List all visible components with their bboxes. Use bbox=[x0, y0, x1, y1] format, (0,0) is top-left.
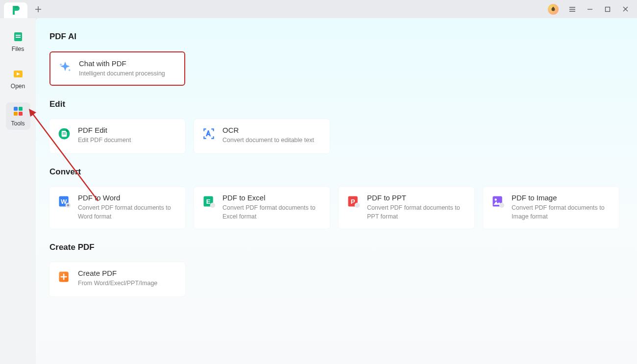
plus-icon bbox=[35, 6, 42, 13]
new-tab-button[interactable] bbox=[31, 2, 45, 16]
svg-rect-6 bbox=[19, 107, 23, 111]
section-title-edit: Edit bbox=[49, 99, 637, 109]
minimize-icon bbox=[587, 6, 593, 13]
section-create: Create PDF Create PDF From Word/Execl/PP… bbox=[49, 243, 637, 296]
section-title-pdfai: PDF AI bbox=[49, 32, 637, 42]
section-edit: Edit PDF Edit Edit PDF document OCR Conv… bbox=[49, 99, 637, 153]
svg-point-24 bbox=[499, 203, 505, 208]
title-bar bbox=[0, 0, 637, 18]
menu-button[interactable] bbox=[564, 2, 580, 16]
svg-point-18 bbox=[210, 203, 216, 208]
card-title: OCR bbox=[222, 126, 322, 134]
card-sub: Intelligent document processing bbox=[79, 69, 176, 78]
svg-rect-7 bbox=[14, 112, 18, 116]
card-pdf-to-excel[interactable]: E PDF to Excel Convert PDF format docume… bbox=[194, 187, 330, 229]
section-pdfai: PDF AI Chat with PDF Intelligent documen… bbox=[49, 32, 637, 86]
section-title-create: Create PDF bbox=[49, 243, 637, 252]
card-sub: Convert PDF format documents to Excel fo… bbox=[222, 203, 322, 221]
svg-point-23 bbox=[494, 198, 496, 200]
sidebar: Files Open Tools bbox=[0, 18, 36, 364]
card-chat-with-pdf[interactable]: Chat with PDF Intelligent document proce… bbox=[49, 51, 185, 86]
card-title: PDF to Word bbox=[78, 194, 177, 202]
card-sub: Convert PDF format documents to Image fo… bbox=[512, 203, 611, 221]
svg-rect-5 bbox=[14, 107, 18, 111]
sidebar-item-tools[interactable]: Tools bbox=[6, 102, 30, 130]
card-sub: Edit PDF document bbox=[78, 136, 177, 145]
sidebar-open-label: Open bbox=[11, 83, 25, 90]
card-pdf-to-image[interactable]: PDF to Image Convert PDF format document… bbox=[483, 187, 619, 229]
sidebar-files-label: Files bbox=[12, 46, 24, 52]
app-tab[interactable] bbox=[4, 2, 27, 18]
svg-rect-8 bbox=[19, 112, 23, 116]
card-title: Create PDF bbox=[78, 269, 177, 277]
close-button[interactable] bbox=[617, 2, 633, 16]
card-title: PDF to Image bbox=[512, 194, 611, 202]
tools-icon bbox=[12, 105, 24, 117]
files-icon bbox=[12, 31, 24, 43]
user-avatar[interactable] bbox=[548, 4, 559, 15]
card-sub: Convert PDF format documents to PPT form… bbox=[367, 203, 466, 221]
sidebar-item-files[interactable]: Files bbox=[6, 28, 30, 55]
svg-text:P: P bbox=[351, 198, 355, 205]
excel-icon: E bbox=[202, 194, 216, 208]
svg-rect-2 bbox=[16, 35, 21, 36]
svg-rect-0 bbox=[606, 7, 610, 11]
image-icon bbox=[491, 194, 505, 208]
card-create-pdf[interactable]: Create PDF From Word/Execl/PPT/Image bbox=[49, 262, 185, 296]
svg-point-21 bbox=[355, 203, 360, 208]
create-pdf-icon bbox=[57, 270, 71, 284]
card-pdf-to-word[interactable]: W PDF to Word Convert PDF format documen… bbox=[49, 187, 185, 229]
pdf-edit-icon bbox=[57, 127, 71, 141]
svg-rect-3 bbox=[16, 37, 21, 38]
maximize-icon bbox=[605, 6, 611, 12]
card-pdf-to-ppt[interactable]: P PDF to PPT Convert PDF format document… bbox=[339, 187, 474, 229]
sparkle-icon bbox=[58, 60, 72, 74]
svg-rect-12 bbox=[63, 134, 66, 134]
section-title-convert: Convert bbox=[49, 167, 637, 177]
card-title: PDF to Excel bbox=[222, 194, 322, 202]
minimize-button[interactable] bbox=[582, 2, 598, 16]
ppt-icon: P bbox=[346, 194, 360, 208]
card-title: PDF to PPT bbox=[367, 194, 466, 202]
ocr-icon bbox=[202, 127, 216, 141]
sidebar-tools-label: Tools bbox=[11, 120, 24, 127]
card-sub: Convert document to editable text bbox=[222, 136, 322, 145]
card-pdf-edit[interactable]: PDF Edit Edit PDF document bbox=[49, 119, 185, 153]
section-convert: Convert W PDF to Word Convert PDF format… bbox=[49, 167, 637, 229]
card-sub: Convert PDF format documents to Word for… bbox=[78, 203, 177, 221]
avatar-icon bbox=[550, 6, 557, 13]
maximize-button[interactable] bbox=[600, 2, 615, 16]
svg-rect-11 bbox=[63, 133, 66, 133]
app-logo-icon bbox=[10, 4, 22, 16]
svg-text:E: E bbox=[206, 198, 211, 205]
card-sub: From Word/Execl/PPT/Image bbox=[78, 279, 177, 288]
main-content: PDF AI Chat with PDF Intelligent documen… bbox=[36, 18, 637, 364]
close-icon bbox=[622, 6, 629, 12]
card-ocr[interactable]: OCR Convert document to editable text bbox=[194, 119, 330, 153]
card-title: PDF Edit bbox=[78, 126, 177, 134]
open-icon bbox=[12, 68, 24, 80]
hamburger-icon bbox=[568, 5, 576, 13]
word-icon: W bbox=[57, 194, 71, 208]
sidebar-item-open[interactable]: Open bbox=[6, 65, 30, 93]
card-title: Chat with PDF bbox=[79, 59, 176, 68]
